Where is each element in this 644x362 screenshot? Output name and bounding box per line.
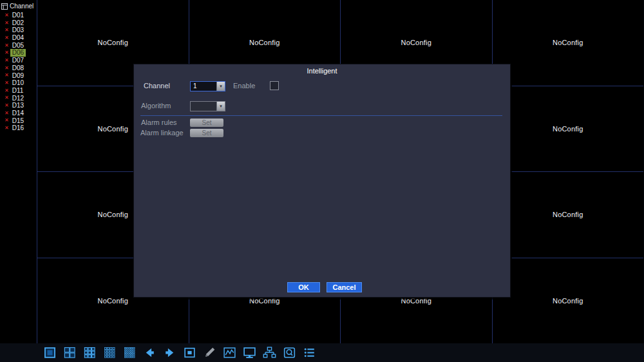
channel-offline-icon: ✕ — [5, 28, 9, 33]
channel-tree-header[interactable]: Channel — [0, 0, 37, 12]
algorithm-select-value — [191, 102, 216, 111]
channel-label: D16 — [10, 124, 26, 132]
channel-offline-icon: ✕ — [5, 66, 9, 71]
dialog-separator — [140, 115, 502, 116]
algorithm-select-arrow-icon: ▾ — [216, 102, 225, 111]
channel-label: D08 — [10, 64, 26, 72]
single-view-icon[interactable] — [43, 345, 57, 360]
channel-offline-icon: ✕ — [5, 126, 9, 131]
previous-page-icon[interactable] — [142, 345, 157, 360]
dialog-title: Intelligent — [134, 67, 510, 75]
alarm-linkage-set-button[interactable]: Set — [190, 129, 223, 137]
channel-item[interactable]: ✕ D09 — [0, 72, 37, 80]
channel-item[interactable]: ✕ D14 — [0, 110, 37, 117]
channel-list-icon[interactable] — [302, 345, 317, 360]
cell-status: NoConfig — [98, 125, 128, 133]
channel-item[interactable]: ✕ D04 — [0, 34, 37, 42]
channel-label: D09 — [10, 72, 26, 80]
enable-checkbox[interactable] — [270, 81, 279, 90]
cell-status: NoConfig — [98, 211, 128, 218]
channel-offline-icon: ✕ — [5, 88, 9, 93]
channel-offline-icon: ✕ — [5, 111, 9, 116]
quad-view-icon[interactable] — [62, 345, 77, 360]
ok-button[interactable]: OK — [287, 282, 320, 292]
channel-label: D10 — [10, 79, 26, 87]
channel-list: ✕ D01 ✕ D02 ✕ D03 ✕ D04 ✕ D05 ✕ D06 ✕ D0… — [0, 12, 37, 132]
channel-offline-icon: ✕ — [5, 43, 9, 48]
record-icon[interactable] — [282, 345, 297, 360]
nine-view-icon[interactable] — [82, 345, 97, 360]
algorithm-field-label: Algorithm — [141, 102, 171, 110]
channel-select[interactable]: 1 ▾ — [190, 81, 225, 91]
video-cell[interactable]: NoConfig — [493, 172, 644, 258]
channel-offline-icon: ✕ — [5, 13, 9, 18]
channel-label: D15 — [10, 117, 26, 125]
channel-label: D03 — [10, 26, 26, 34]
wave-chart-icon[interactable] — [222, 345, 237, 360]
channel-label: D11 — [10, 87, 26, 95]
channel-item[interactable]: ✕ D10 — [0, 79, 37, 87]
channel-field-label: Channel — [144, 82, 170, 90]
channel-tree-label: Channel — [10, 3, 33, 10]
video-cell[interactable]: NoConfig — [493, 258, 644, 344]
channel-item[interactable]: ✕ D08 — [0, 64, 37, 72]
channel-offline-icon: ✕ — [5, 73, 9, 78]
channel-item[interactable]: ✕ D13 — [0, 102, 37, 110]
channel-label: D12 — [10, 95, 26, 102]
channel-item[interactable]: ✕ D15 — [0, 117, 37, 125]
channel-offline-icon: ✕ — [5, 58, 9, 63]
channel-label: D07 — [10, 57, 26, 64]
channel-label: D14 — [10, 110, 26, 117]
monitor-icon[interactable] — [242, 345, 257, 360]
video-cell[interactable]: NoConfig — [493, 86, 644, 172]
channel-item[interactable]: ✕ D07 — [0, 57, 37, 64]
channel-item[interactable]: ✕ D01 — [0, 12, 37, 19]
video-cell[interactable]: NoConfig — [493, 0, 644, 86]
alarm-rules-label: Alarm rules — [141, 119, 177, 127]
alarm-rules-set-button[interactable]: Set — [190, 119, 223, 127]
channel-offline-icon: ✕ — [5, 95, 9, 100]
cell-status: NoConfig — [249, 39, 279, 46]
cell-status: NoConfig — [553, 211, 583, 218]
channel-item[interactable]: ✕ D16 — [0, 124, 37, 132]
channel-offline-icon: ✕ — [5, 81, 9, 86]
cell-status: NoConfig — [98, 297, 128, 305]
channel-offline-icon: ✕ — [5, 50, 9, 55]
channel-tree-icon — [1, 3, 8, 10]
algorithm-select[interactable]: ▾ — [190, 101, 225, 111]
channel-item[interactable]: ✕ D11 — [0, 87, 37, 95]
channel-label: D02 — [10, 19, 26, 27]
channel-item[interactable]: ✕ D02 — [0, 19, 37, 27]
dvr-screen: Channel ✕ D01 ✕ D02 ✕ D03 ✕ D04 ✕ D05 ✕ … — [0, 0, 644, 362]
channel-item[interactable]: ✕ D03 — [0, 26, 37, 34]
next-page-icon[interactable] — [162, 345, 177, 360]
cell-status: NoConfig — [98, 39, 128, 46]
channel-select-arrow-icon[interactable]: ▾ — [216, 82, 225, 91]
cancel-button[interactable]: Cancel — [327, 282, 362, 292]
channel-label: D01 — [10, 12, 26, 19]
enable-label: Enable — [233, 82, 255, 90]
channel-item[interactable]: ✕ D12 — [0, 95, 37, 102]
sixteen-view-icon[interactable] — [102, 345, 117, 360]
cell-status: NoConfig — [401, 297, 431, 305]
intelligent-dialog: Intelligent Channel 1 ▾ Enable Algorithm… — [133, 64, 511, 298]
channel-offline-icon: ✕ — [5, 21, 9, 26]
fullscreen-icon[interactable] — [182, 345, 197, 360]
channel-offline-icon: ✕ — [5, 35, 9, 41]
color-brush-icon[interactable] — [202, 345, 217, 360]
cell-status: NoConfig — [401, 39, 431, 46]
bottom-toolbar — [0, 343, 644, 362]
channel-label: D04 — [10, 34, 26, 42]
cell-status: NoConfig — [553, 39, 583, 46]
cell-status: NoConfig — [553, 297, 583, 305]
toolbar-icons — [0, 345, 317, 360]
channel-offline-icon: ✕ — [5, 118, 9, 123]
cell-status: NoConfig — [553, 125, 583, 133]
twentyfive-view-icon[interactable] — [122, 345, 137, 360]
cell-status: NoConfig — [249, 297, 279, 305]
channel-item[interactable]: ✕ D06 — [0, 49, 37, 57]
channel-label: D06 — [10, 49, 26, 57]
network-icon[interactable] — [262, 345, 277, 360]
channel-item[interactable]: ✕ D05 — [0, 42, 37, 50]
alarm-linkage-label: Alarm linkage — [140, 129, 184, 137]
